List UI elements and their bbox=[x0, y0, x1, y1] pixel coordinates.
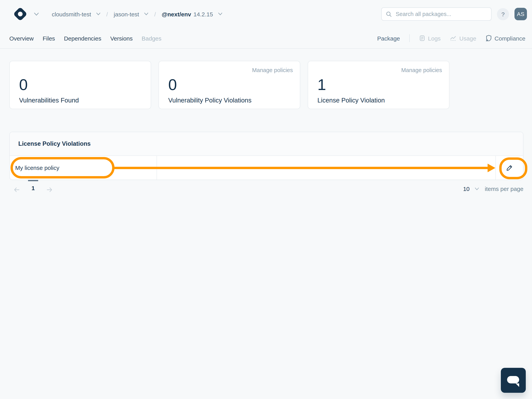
context-compliance[interactable]: Compliance bbox=[486, 35, 525, 42]
context-usage[interactable]: Usage bbox=[450, 35, 476, 41]
context-logs[interactable]: Logs bbox=[419, 35, 441, 41]
speech-bubble-tail bbox=[516, 383, 519, 387]
org-dropdown-chevron[interactable] bbox=[96, 13, 101, 16]
pagination: 1 10 items per page bbox=[0, 180, 532, 203]
tab-files[interactable]: Files bbox=[43, 35, 55, 41]
license-policy-violation-label: License Policy Violation bbox=[317, 97, 440, 104]
breadcrumb-package-name[interactable]: @next/env bbox=[162, 11, 191, 17]
manage-policies-link[interactable]: Manage policies bbox=[401, 67, 442, 73]
header-actions: ? AS bbox=[381, 7, 527, 21]
row-actions-cell bbox=[496, 156, 523, 180]
vulnerabilities-found-count: 0 bbox=[19, 77, 141, 92]
context-usage-label: Usage bbox=[459, 35, 476, 41]
cloudsmith-package-page: cloudsmith-test / jason-test / @next/env… bbox=[0, 0, 532, 399]
tab-dependencies[interactable]: Dependencies bbox=[64, 35, 101, 41]
items-per-page-control: 10 items per page bbox=[463, 186, 523, 192]
tab-versions[interactable]: Versions bbox=[110, 35, 133, 41]
context-nav: Package Logs Usage Compliance bbox=[377, 34, 525, 42]
panel-title: License Policy Violations bbox=[18, 140, 91, 147]
search-bar[interactable] bbox=[381, 7, 492, 21]
chevron-down-icon bbox=[96, 13, 101, 16]
panel-header: License Policy Violations bbox=[10, 132, 523, 156]
page-number-current[interactable]: 1 bbox=[28, 180, 38, 191]
workspace-switcher-chevron[interactable] bbox=[32, 11, 40, 17]
package-tabs: Overview Files Dependencies Versions Bad… bbox=[9, 35, 161, 41]
next-page-button[interactable] bbox=[46, 187, 53, 193]
items-per-page-chevron[interactable] bbox=[475, 187, 479, 190]
breadcrumb-separator: / bbox=[154, 11, 156, 17]
pencil-icon bbox=[506, 165, 513, 171]
context-compliance-label: Compliance bbox=[495, 35, 525, 41]
edit-policy-button[interactable] bbox=[504, 162, 515, 173]
previous-page-button[interactable] bbox=[13, 187, 20, 193]
brand-area bbox=[9, 7, 40, 21]
tab-overview[interactable]: Overview bbox=[9, 35, 34, 41]
help-button[interactable]: ? bbox=[497, 8, 509, 20]
chat-launcher-button[interactable] bbox=[501, 368, 526, 393]
chevron-down-icon bbox=[218, 13, 222, 16]
items-per-page-label: items per page bbox=[485, 186, 523, 192]
license-policy-violation-count: 1 bbox=[317, 77, 440, 92]
arrow-right-icon bbox=[47, 187, 52, 192]
breadcrumb-separator: / bbox=[106, 11, 108, 17]
chevron-down-icon bbox=[144, 13, 148, 16]
policy-name-cell: My license policy bbox=[10, 156, 157, 180]
search-icon bbox=[386, 11, 392, 17]
speech-bubble-icon bbox=[507, 376, 519, 383]
tab-badges[interactable]: Badges bbox=[142, 35, 161, 41]
manage-policies-link[interactable]: Manage policies bbox=[252, 67, 293, 73]
license-policy-violation-card: Manage policies 1 License Policy Violati… bbox=[308, 61, 450, 109]
context-logs-label: Logs bbox=[428, 35, 441, 41]
chevron-down-icon bbox=[34, 12, 39, 16]
vulnerability-policy-violations-count: 0 bbox=[168, 77, 291, 92]
items-per-page-value[interactable]: 10 bbox=[463, 186, 469, 192]
vulnerabilities-found-label: Vulnerabilities Found bbox=[19, 97, 141, 104]
version-dropdown-chevron[interactable] bbox=[218, 13, 222, 16]
arrow-left-icon bbox=[14, 187, 19, 192]
vulnerabilities-found-card: 0 Vulnerabilities Found bbox=[9, 61, 151, 109]
summary-cards: 0 Vulnerabilities Found Manage policies … bbox=[0, 61, 532, 109]
vertical-divider bbox=[409, 34, 410, 42]
chevron-down-icon bbox=[475, 187, 479, 190]
vulnerability-policy-violations-label: Vulnerability Policy Violations bbox=[168, 97, 291, 104]
cloudsmith-diamond-icon bbox=[13, 7, 27, 21]
search-input[interactable] bbox=[395, 11, 487, 18]
top-header: cloudsmith-test / jason-test / @next/env… bbox=[0, 0, 532, 28]
cloudsmith-logo[interactable] bbox=[14, 7, 27, 21]
logs-icon bbox=[419, 35, 425, 41]
table-row: My license policy bbox=[10, 156, 523, 180]
policy-name[interactable]: My license policy bbox=[15, 164, 59, 171]
empty-cell bbox=[157, 156, 496, 180]
breadcrumb-org-link[interactable]: cloudsmith-test bbox=[52, 11, 91, 17]
package-version: 14.2.15 bbox=[194, 11, 213, 17]
breadcrumb-repo-link[interactable]: jason-test bbox=[114, 11, 139, 17]
avatar[interactable]: AS bbox=[514, 8, 527, 20]
context-package-label[interactable]: Package bbox=[377, 35, 400, 41]
usage-icon bbox=[450, 35, 457, 41]
package-nav-row: Overview Files Dependencies Versions Bad… bbox=[0, 28, 532, 49]
breadcrumb: cloudsmith-test / jason-test / @next/env… bbox=[52, 11, 222, 17]
viewport-scaler: cloudsmith-test / jason-test / @next/env… bbox=[0, 0, 532, 399]
repo-dropdown-chevron[interactable] bbox=[144, 13, 148, 16]
license-policy-violations-panel: License Policy Violations My license pol… bbox=[9, 132, 523, 180]
vulnerability-policy-violations-card: Manage policies 0 Vulnerability Policy V… bbox=[158, 61, 300, 109]
compliance-shield-icon bbox=[486, 35, 492, 42]
